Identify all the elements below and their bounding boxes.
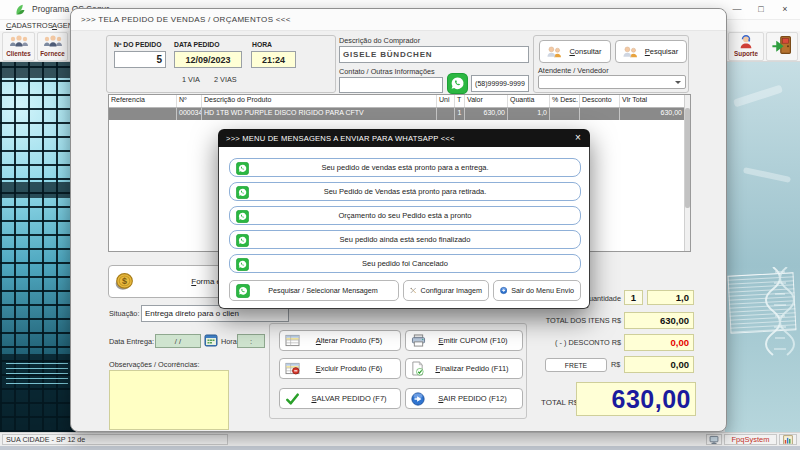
total-label: TOTAL R$ — [541, 398, 578, 407]
cell-referencia — [109, 108, 177, 120]
col-valor: Valor — [465, 95, 508, 107]
col-quantia: Quantia — [508, 95, 550, 107]
clients-people-icon — [8, 34, 30, 50]
frete-button[interactable]: FRETE — [545, 358, 607, 372]
finalizar-pedido-button[interactable]: Finalizar Pedido (F11) — [405, 358, 523, 379]
exit-arrow-icon — [500, 284, 507, 297]
sair-pedido-label: SAIR PEDIDO (F12) — [428, 394, 517, 403]
col-t: T — [455, 95, 465, 107]
computer-icon — [708, 435, 720, 445]
svg-text:$: $ — [122, 276, 127, 286]
whatsapp-icon[interactable] — [447, 73, 468, 94]
desconto-field[interactable]: 0,00 — [624, 334, 694, 351]
contato-label: Contato / Outras Informações — [339, 67, 435, 76]
data-entrega-label: Data Entrega: — [109, 337, 154, 346]
bg-dark-band — [0, 182, 76, 198]
message-option-retirada[interactable]: Seu Pedido de Vendas está pronto para re… — [229, 182, 581, 201]
whatsapp-icon — [236, 284, 250, 298]
toolbar-fornecedores[interactable]: Fornece — [37, 32, 68, 61]
sair-pedido-button[interactable]: SAIR PEDIDO (F12) — [405, 388, 523, 409]
atendente-label: Atendente / Vendedor — [538, 66, 609, 75]
total-field: 630,00 — [576, 382, 696, 416]
configurar-imagem-label: Configurar Imagem — [420, 286, 482, 295]
data-pedido-field[interactable]: 12/09/2023 — [174, 51, 242, 68]
maximize-button[interactable]: □ — [752, 2, 770, 17]
desconto-label: ( - ) DESCONTO R$ — [503, 338, 621, 347]
consultar-button[interactable]: Consultar — [539, 40, 611, 63]
calendar-icon[interactable] — [204, 333, 218, 347]
exit-arrow-icon — [411, 392, 425, 406]
menu-cadastros[interactable]: CADASTROS — [6, 21, 53, 30]
excluir-produto-label: Excluir Produto (F6) — [303, 364, 395, 373]
itens-field: 1 — [624, 290, 643, 305]
minimize-button[interactable]: — — [728, 2, 746, 17]
message-option-label: Seu pedido de vendas está pronto para a … — [321, 163, 488, 172]
cell-vlr-total: 630,00 — [620, 108, 685, 120]
suppliers-people-icon — [42, 34, 64, 50]
cell-uni — [437, 108, 455, 120]
quantidade-field: 1,0 — [647, 290, 694, 305]
taskbar-strip — [0, 446, 800, 450]
table-header: Referencia Nº Descrição do Produto Uni T… — [109, 95, 690, 108]
message-option-finalizado[interactable]: Seu pedido ainda está sendo finalizado — [229, 230, 581, 249]
data-pedido-label: DATA PEDIDO — [174, 41, 220, 48]
table-row[interactable]: 000034 HD 1TB WD PURPLE DISCO RIGIDO PAR… — [109, 108, 690, 120]
sair-menu-envio-button[interactable]: Sair do Menu Envio — [493, 280, 581, 301]
hora-entrega-field[interactable]: : — [237, 334, 265, 348]
toolbar-suporte[interactable]: Suporte — [728, 32, 764, 61]
pesquisar-mensagem-button[interactable]: Pesquisar / Selecionar Mensagem — [229, 280, 399, 301]
hora-pedido-label: HORA — [252, 41, 272, 48]
message-option-entrega[interactable]: Seu pedido de vendas está pronto para a … — [229, 158, 581, 177]
toolbar-suporte-label: Suporte — [734, 50, 758, 57]
message-option-cancelado[interactable]: Seu pedido foi Cancelado — [229, 254, 581, 273]
col-descricao: Descrição do Produto — [202, 95, 437, 107]
printer-icon — [411, 334, 426, 347]
cell-valor: 630,00 — [465, 108, 508, 120]
numero-pedido-field[interactable]: 5 — [114, 51, 166, 68]
toolbar-clientes-label: Clientes — [6, 50, 31, 57]
col-perc-desc: % Desc. — [550, 95, 580, 107]
pesquisar-mensagem-label: Pesquisar / Selecionar Mensagem — [254, 286, 392, 295]
hora-pedido-field[interactable]: 21:24 — [251, 51, 296, 68]
via2-toggle[interactable]: 2 VIAS — [214, 75, 237, 84]
excluir-produto-button[interactable]: Excluir Produto (F6) — [279, 358, 401, 379]
cell-quantia: 1,0 — [508, 108, 550, 120]
dna-graphic — [765, 267, 795, 357]
configurar-imagem-button[interactable]: Configurar Imagem — [403, 280, 489, 301]
message-option-label: Seu Pedido de Vendas está pronto para re… — [324, 187, 487, 196]
scrollbar-thumb[interactable] — [685, 108, 690, 208]
contato-field[interactable] — [339, 77, 443, 93]
support-headset-icon — [735, 34, 757, 50]
comprador-field[interactable]: GISELE BÜNDCHEN — [339, 46, 529, 63]
background-image-left — [0, 62, 76, 432]
alterar-produto-button[interactable]: Alterar Produto (F5) — [279, 330, 401, 351]
pesquisar-button[interactable]: Pesquisar — [615, 40, 687, 63]
frete-field[interactable]: 0,00 — [624, 356, 694, 373]
table-delete-icon — [285, 362, 300, 375]
statusbar-chart-segment — [779, 434, 797, 445]
data-entrega-field[interactable]: / / — [155, 334, 201, 348]
table-scrollbar[interactable] — [684, 95, 690, 251]
salvar-pedido-button[interactable]: SALVAR PEDIDO (F7) — [279, 388, 401, 409]
statusbar-location: SUA CIDADE - SP 12 de — [2, 434, 228, 445]
situacao-label: Situação: — [109, 309, 139, 318]
toolbar-clientes[interactable]: Clientes — [2, 32, 35, 61]
message-option-orcamento[interactable]: Orçamento do seu Pedido está a pronto — [229, 206, 581, 225]
toolbar-exit[interactable] — [766, 32, 798, 61]
statusbar-pc-segment — [706, 434, 722, 445]
bg-streak — [733, 84, 783, 107]
close-button[interactable]: × — [776, 2, 794, 17]
total-itens-field: 630,00 — [624, 312, 694, 329]
sair-menu-envio-label: Sair do Menu Envio — [511, 286, 574, 295]
comprador-label: Descrição do Comprador — [339, 36, 420, 45]
whatsapp-icon — [236, 186, 249, 199]
via1-toggle[interactable]: 1 VIA — [182, 75, 200, 84]
whatsapp-icon — [236, 258, 249, 271]
observacoes-textarea[interactable] — [109, 370, 229, 430]
atendente-dropdown[interactable] — [538, 75, 686, 89]
cell-t: 1 — [455, 108, 465, 120]
telefone-field[interactable]: (58)99999-9999 — [471, 75, 529, 92]
modal-close-icon[interactable]: × — [572, 132, 584, 144]
document-check-icon — [411, 361, 424, 376]
whatsapp-icon — [236, 234, 249, 247]
